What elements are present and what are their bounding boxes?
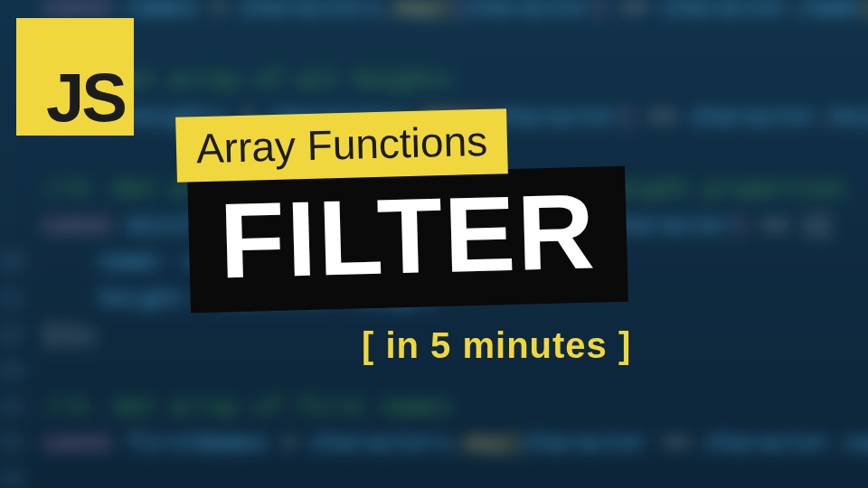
js-logo-badge: JS <box>16 18 134 136</box>
js-logo-text: JS <box>46 63 125 132</box>
code-line: 16 <box>0 462 868 488</box>
title-label: FILTER <box>187 166 628 313</box>
code-line: 14//4. Get array of first names <box>0 389 868 426</box>
footer-label: [ in 5 minutes ] <box>362 325 631 366</box>
subtitle-label: Array Functions <box>175 108 508 183</box>
code-line: 15const firstNames = characters.map(char… <box>0 426 868 462</box>
